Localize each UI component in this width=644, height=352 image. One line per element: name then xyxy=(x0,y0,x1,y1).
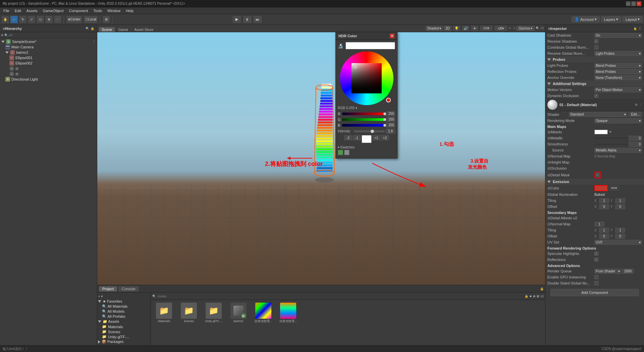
file-texture1[interactable]: 自发光纹理... xyxy=(252,301,275,324)
tool-custom[interactable]: ⋯ xyxy=(54,15,62,24)
scenes-folder[interactable]: 📁 Scenes xyxy=(98,329,150,334)
shading-mode-dropdown[interactable]: Shaded ▾ xyxy=(426,26,443,31)
metallic-slider[interactable] xyxy=(594,138,628,139)
motion-vectors-dropdown[interactable]: Per Object Motion ▾ xyxy=(594,87,642,92)
hierarchy-dir-light[interactable]: ☀ Directional Light xyxy=(0,77,97,82)
tool-rect[interactable]: ▭ xyxy=(36,15,44,24)
menu-file[interactable]: File xyxy=(1,8,11,13)
sec-tiling-x-input[interactable] xyxy=(599,228,609,233)
all-materials-item[interactable]: 🔍 All Materials xyxy=(98,304,150,309)
cast-shadows-dropdown[interactable]: On ▾ xyxy=(594,33,642,38)
minimize-button[interactable]: ─ xyxy=(626,1,631,6)
file-materials-folder[interactable]: 📁 Materials xyxy=(152,301,176,324)
pivot-local-button[interactable]: ⬡ Local xyxy=(84,15,98,24)
swatch-2[interactable] xyxy=(344,150,350,155)
emission-checkbox[interactable] xyxy=(596,173,600,177)
scene-audio-btn[interactable]: 🔊 xyxy=(462,25,470,31)
emission-color-swatch[interactable] xyxy=(594,185,608,191)
step-button[interactable]: ⏭ xyxy=(253,15,262,24)
scene-fps-dropdown[interactable]: ⊙0 ▾ xyxy=(480,25,493,31)
color-wheel-container[interactable] xyxy=(340,51,393,105)
tab-project[interactable]: Project xyxy=(99,286,117,292)
tool-move[interactable]: ↔ xyxy=(10,15,18,24)
contrib-gi-checkbox[interactable] xyxy=(594,45,598,49)
pause-button[interactable]: ⏸ xyxy=(243,15,252,24)
swatch-1[interactable] xyxy=(338,150,343,155)
b-input[interactable] xyxy=(386,123,395,128)
exp-minus1-btn[interactable]: -1 xyxy=(353,135,361,140)
offset-y-input[interactable] xyxy=(615,204,625,209)
color-square[interactable] xyxy=(352,63,382,93)
hierarchy-baimo2[interactable]: ○ baimo2 xyxy=(0,50,97,55)
tool-extra[interactable]: ⊞ xyxy=(102,15,110,24)
anchor-override-dropdown[interactable]: None (Transform) ▾ xyxy=(594,75,642,80)
r-slider[interactable] xyxy=(342,113,385,115)
file-scenes-folder[interactable]: 📁 Scenes xyxy=(177,301,201,324)
double-sided-checkbox[interactable] xyxy=(594,281,598,285)
hierarchy-obj4[interactable]: ○ ⊙ xyxy=(0,71,97,77)
scene-view[interactable]: 2.将贴图拖拽到 color xyxy=(97,32,545,285)
sec-offset-x-input[interactable] xyxy=(599,234,609,239)
menu-component[interactable]: Component xyxy=(67,8,90,13)
additional-settings-header[interactable]: Additional Settings xyxy=(545,81,644,87)
color-wheel[interactable] xyxy=(340,51,393,105)
file-unity-gltf-folder[interactable]: 📁 Unity-glTF-... xyxy=(202,301,225,324)
add-component-button[interactable]: Add Component xyxy=(550,289,639,296)
tool-all[interactable]: ⊕ xyxy=(45,15,53,24)
menu-window[interactable]: Window xyxy=(105,8,122,13)
add-button[interactable]: + ▾ xyxy=(98,294,103,299)
smoothness-slider[interactable] xyxy=(594,144,628,145)
emission-checkbox-container[interactable] xyxy=(594,172,601,178)
tool-rotate[interactable]: ↻ xyxy=(19,15,27,24)
scene-vfx-btn[interactable]: ✦ xyxy=(471,25,479,31)
tab-game[interactable]: Game xyxy=(115,27,131,32)
r-input[interactable] xyxy=(386,111,395,116)
hierarchy-ellipse001[interactable]: ○ Ellipse001 xyxy=(0,55,97,60)
b-slider[interactable] xyxy=(342,124,385,127)
layers-button[interactable]: Layers ▾ xyxy=(601,16,621,23)
albedo-pick-icon[interactable]: ✎ xyxy=(609,130,612,134)
menu-assets[interactable]: Assets xyxy=(24,8,40,13)
gizmos-button[interactable]: Gizmos ▾ xyxy=(516,26,535,31)
gpu-instancing-checkbox[interactable] xyxy=(594,275,598,279)
2d-toggle[interactable]: 2D xyxy=(444,26,451,31)
dynamic-occlusion-checkbox[interactable] xyxy=(594,94,598,98)
file-texture2[interactable]: 自发光纹理... xyxy=(276,301,300,324)
hierarchy-obj3[interactable]: ○ ⊙ xyxy=(0,66,97,71)
receive-shadows-checkbox[interactable] xyxy=(594,39,598,43)
unity-gltf-folder[interactable]: 📁 Unity-glTF-... xyxy=(98,334,150,339)
probes-section-header[interactable]: Probes xyxy=(545,56,644,62)
tool-scale[interactable]: ⤢ xyxy=(28,15,36,24)
packages-tree[interactable]: 📦 Packages xyxy=(98,339,150,344)
materials-folder[interactable]: 📁 Materials xyxy=(98,324,150,329)
tab-asset-store[interactable]: Asset Store xyxy=(131,27,156,32)
material-more-icon[interactable]: ⋮ xyxy=(639,103,642,106)
shader-dropdown[interactable]: Standard ▾ xyxy=(569,112,627,117)
tiling-y-input[interactable] xyxy=(615,198,625,203)
tool-hand[interactable]: ✋ xyxy=(1,15,9,24)
eyedropper-tool[interactable]: 🔬 xyxy=(338,43,343,48)
file-baimo2[interactable]: ▶ baimo2 xyxy=(227,301,250,324)
exp-plus1-btn[interactable]: +1 xyxy=(372,135,380,140)
menu-help[interactable]: Help xyxy=(124,8,136,13)
exp-minus2-btn[interactable]: -2 xyxy=(344,135,352,140)
menu-edit[interactable]: Edit xyxy=(13,8,23,13)
emission-section-header[interactable]: Emission xyxy=(545,179,644,185)
account-button[interactable]: 👤 Account ▾ xyxy=(572,16,600,23)
sec-normal-value-input[interactable] xyxy=(594,222,604,227)
all-models-item[interactable]: 🔍 All Models xyxy=(98,309,150,314)
tab-scene[interactable]: Scene xyxy=(99,27,115,32)
pivot-center-button[interactable]: ⊕ Center xyxy=(66,15,82,24)
scene-light-btn[interactable]: 💡 xyxy=(452,25,461,31)
rgb-mode-label[interactable]: RGB 0-255 ▾ xyxy=(338,106,357,110)
hierarchy-main-camera[interactable]: 📷 Main Camera xyxy=(0,44,97,50)
specular-highlights-checkbox[interactable] xyxy=(594,252,598,256)
intensity-input[interactable] xyxy=(386,129,395,134)
hierarchy-ellipse002[interactable]: ○ Ellipse002 xyxy=(0,60,97,66)
light-probes-dropdown[interactable]: Blend Probes ▾ xyxy=(594,63,642,68)
rendering-mode-dropdown[interactable]: Opaque ▾ xyxy=(594,118,642,123)
hdr-close-button[interactable]: ✕ xyxy=(390,34,394,38)
g-slider[interactable] xyxy=(342,118,385,121)
assets-tree[interactable]: 📁 Assets xyxy=(98,319,150,324)
intensity-slider[interactable] xyxy=(354,130,385,132)
